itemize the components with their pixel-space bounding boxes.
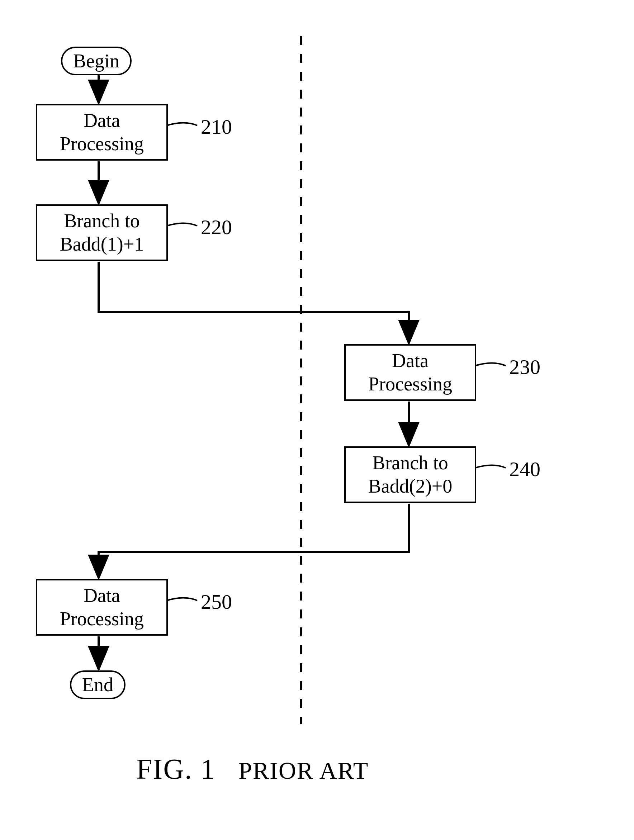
end-terminal: End [70,670,125,699]
label-220: 220 [201,215,232,239]
box230-line1: Data [392,350,428,371]
process-box-240: Branch to Badd(2)+0 [344,446,476,503]
process-box-220: Branch to Badd(1)+1 [36,204,168,261]
process-box-210: Data Processing [36,104,168,161]
box210-line1: Data [84,110,120,131]
caption-prior: PRIOR ART [239,757,368,784]
flowchart-container: Begin Data Processing 210 Branch to Badd… [0,0,634,840]
process-box-230: Data Processing [344,344,476,401]
box250-line2: Processing [60,608,144,630]
box240-line2: Badd(2)+0 [368,475,452,497]
begin-text: Begin [73,50,119,72]
process-box-250: Data Processing [36,579,168,636]
label-230: 230 [509,355,541,379]
box240-line1: Branch to [372,452,448,474]
begin-terminal: Begin [61,47,131,75]
box230-line2: Processing [368,373,452,395]
box220-line1: Branch to [64,210,139,232]
caption-fig: FIG. 1 [136,753,215,785]
box220-line2: Badd(1)+1 [60,234,144,255]
label-250: 250 [201,590,232,614]
label-240: 240 [509,457,541,481]
box210-line2: Processing [60,133,144,155]
box250-line1: Data [84,585,120,606]
label-210: 210 [201,115,232,139]
end-text: End [82,674,113,696]
figure-caption: FIG. 1 PRIOR ART [136,753,368,785]
